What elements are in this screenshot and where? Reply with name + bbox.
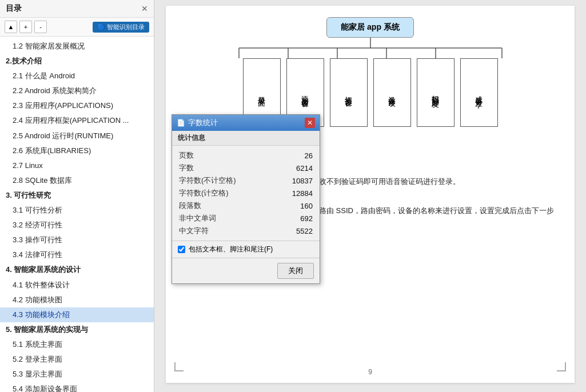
dialog-close-action-btn[interactable]: 关闭 (277, 263, 314, 279)
word-count-dialog[interactable]: 📄 字数统计 ✕ 统计信息 页数26字数6214字符数(不计空格)10837字符… (172, 114, 320, 284)
sidebar-content: 1.2 智能家居发展概况2.技术介绍2.1 什么是 Android2.2 And… (0, 37, 154, 392)
toc-item-3[interactable]: 3. 可行性研究 (0, 188, 154, 203)
diagram-box-4: 扫码添加好友 (417, 58, 455, 127)
dialog-stat-row-5: 非中文单词692 (177, 212, 315, 225)
dialog-titlebar-close-btn[interactable]: ✕ (305, 118, 315, 128)
dialog-stat-row-1: 字数6214 (177, 162, 315, 174)
dialog-title-icon: 📄 (177, 119, 185, 127)
toc-item-3.3[interactable]: 3.3 操作可行性 (0, 233, 154, 247)
toc-item-3.4[interactable]: 3.4 法律可行性 (0, 247, 154, 262)
dialog-stat-value-6: 5522 (296, 227, 313, 235)
dialog-stat-value-4: 160 (300, 202, 313, 210)
main-area: 能家居 app 系统 登录界面添加新设备切换设备设备修改扫码添加好友成设备分享 … (154, 0, 586, 392)
toolbar-expand-btn[interactable]: ▲ (5, 21, 17, 33)
dialog-stat-value-5: 692 (300, 214, 313, 223)
diagram-box-3: 设备修改 (373, 58, 411, 127)
dialog-titlebar: 📄 字数统计 ✕ (172, 115, 320, 131)
toc-item-5[interactable]: 5. 智能家居系统的实现与 (0, 322, 154, 337)
toc-item-2.8[interactable]: 2.8 SQLite 数据库 (0, 173, 154, 188)
diagram-box-2: 切换设备 (330, 58, 368, 127)
diagram-box-5: 成设备分享 (460, 58, 498, 127)
dialog-stat-value-1: 6214 (296, 164, 313, 173)
toc-item-4.3[interactable]: 4.3 功能模块介绍 (0, 307, 154, 322)
dialog-stat-label-6: 中文字符 (179, 226, 209, 236)
toc-item-2.2[interactable]: 2.2 Android 系统架构简介 (0, 83, 154, 98)
sidebar-close-icon[interactable]: ✕ (141, 4, 148, 13)
dialog-stat-label-5: 非中文单词 (179, 213, 216, 223)
dialog-title-area: 📄 字数统计 (177, 118, 218, 128)
include-textbox-label: 包括文本框、脚注和尾注(F) (189, 245, 273, 254)
dialog-stat-value-3: 12884 (292, 189, 313, 198)
sidebar-title: 目录 (6, 3, 22, 14)
toc-item-4.1[interactable]: 4.1 软件整体设计 (0, 278, 154, 293)
dialog-title-label: 字数统计 (188, 118, 218, 128)
sidebar-toolbar: ▲ + - 🔵 智能识别目录 (0, 18, 154, 37)
dialog-stat-label-1: 字数 (179, 163, 194, 173)
dialog-stat-row-3: 字符数(计空格)12884 (177, 187, 315, 199)
toc-item-2.7[interactable]: 2.7 Linux (0, 158, 154, 173)
dialog-stat-row-2: 字符数(不计空格)10837 (177, 174, 315, 187)
dialog-stat-label-0: 页数 (179, 150, 194, 161)
toc-item-2.5[interactable]: 2.5 Android 运行时(RUNTIME) (0, 129, 154, 143)
toc-item-3.1[interactable]: 3.1 可行性分析 (0, 203, 154, 218)
page-number: 9 (368, 368, 372, 376)
toc-item-2.6[interactable]: 2.6 系统库(LIBRARIES) (0, 143, 154, 158)
toc-item-2.1[interactable]: 2.1 什么是 Android (0, 69, 154, 83)
toc-item-1.2[interactable]: 1.2 智能家居发展概况 (0, 39, 154, 54)
dialog-stats-table: 页数26字数6214字符数(不计空格)10837字符数(计空格)12884段落数… (172, 146, 320, 241)
dialog-stat-value-0: 26 (305, 151, 313, 160)
sidebar: 目录 ✕ ▲ + - 🔵 智能识别目录 1.2 智能家居发展概况2.技术介绍2.… (0, 0, 154, 392)
corner-mark-left (174, 362, 184, 371)
dialog-section-header: 统计信息 (172, 131, 320, 146)
toc-item-2.3[interactable]: 2.3 应用程序(APPLICATIONS) (0, 98, 154, 113)
ai-badge-label: 智能识别目录 (107, 23, 145, 31)
dialog-stat-label-3: 字符数(计空格) (179, 188, 229, 198)
toolbar-minus-btn[interactable]: - (34, 21, 47, 33)
toc-item-5.2[interactable]: 5.2 登录主界面 (0, 352, 154, 367)
toolbar-collapse-btn[interactable]: + (19, 21, 32, 33)
sidebar-header: 目录 ✕ (0, 0, 154, 18)
include-textbox-checkbox[interactable] (178, 246, 185, 253)
toc-item-2.4[interactable]: 2.4 应用程序框架(APPLICATION ... (0, 113, 154, 128)
dialog-footer: 关闭 (172, 258, 320, 283)
dialog-stat-row-6: 中文字符5522 (177, 225, 315, 237)
dialog-stat-row-0: 页数26 (177, 149, 315, 162)
toc-item-4[interactable]: 4. 智能家居系统的设计 (0, 262, 154, 277)
toc-item-5.3[interactable]: 5.3 显示主界面 (0, 367, 154, 382)
toc-item-2[interactable]: 2.技术介绍 (0, 54, 154, 69)
dialog-stat-label-4: 段落数 (179, 201, 201, 211)
diagram-area: 能家居 app 系统 登录界面添加新设备切换设备设备修改扫码添加好友成设备分享 (183, 17, 557, 127)
connector-lines-svg (222, 38, 519, 58)
dialog-stat-value-2: 10837 (292, 177, 313, 185)
dialog-checkbox-row: 包括文本框、脚注和尾注(F) (172, 241, 320, 258)
toc-item-5.4[interactable]: 5.4 添加新设备界面 (0, 382, 154, 392)
diagram-top-box: 能家居 app 系统 (326, 17, 414, 38)
corner-mark-right (557, 362, 566, 371)
dialog-stat-label-2: 字符数(不计空格) (179, 175, 236, 186)
dialog-stat-row-4: 段落数160 (177, 199, 315, 212)
ai-icon: 🔵 (97, 23, 105, 31)
toc-item-4.2[interactable]: 4.2 功能模块图 (0, 293, 154, 307)
toc-item-3.2[interactable]: 3.2 经济可行性 (0, 218, 154, 233)
toc-item-5.1[interactable]: 5.1 系统主界面 (0, 337, 154, 352)
ai-badge-btn[interactable]: 🔵 智能识别目录 (93, 22, 149, 33)
